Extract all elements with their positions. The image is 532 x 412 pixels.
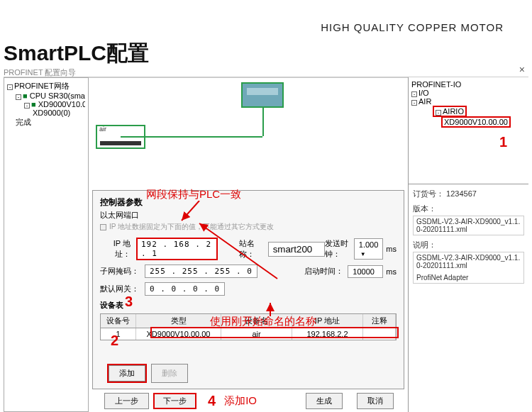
table-row[interactable]: 1 XD9000V10.00.00 air 192.168.2.2	[101, 328, 396, 340]
send-clock-input[interactable]: 1.000▼	[354, 238, 384, 260]
params-panel: 控制器参数 以太网端口 IP 地址数据固定为下面的值，不能通过其它方式更改 IP…	[92, 190, 404, 389]
params-port-label: 以太网端口	[100, 210, 397, 221]
chevron-down-icon: ▼	[360, 251, 366, 257]
th-devnum: 设备号	[101, 314, 136, 328]
th-note: 注释	[363, 314, 396, 328]
order-label: 订货号：	[413, 189, 444, 198]
minus-icon: -	[24, 103, 30, 108]
ip-label: IP 地址：	[100, 238, 131, 260]
td-ip: 192.168.2.2	[292, 328, 363, 340]
tree-subdevice[interactable]: XD9000(0)	[7, 108, 85, 117]
catalog-tree[interactable]: PROFINET-IO -I/O -AIR -AIRIO XD9000V10.0…	[409, 77, 528, 184]
order-value: 1234567	[446, 189, 477, 198]
desc-value: GSDML-V2.3-AIR-XD9000_v1.1.0-20201111.xm…	[413, 252, 524, 284]
wizard-nav: 上一步 下一步 4 添加IO	[104, 393, 257, 409]
minus-icon: -	[436, 110, 441, 116]
table-buttons: 添加 删除	[107, 364, 188, 383]
td-type: XD9000V10.00.00	[136, 328, 221, 340]
th-ip: IP 地址	[292, 314, 363, 328]
topology-canvas: air 控制器参数 以太网端口 IP 地址数据固定为下面的值，不能通过其它方式更…	[89, 77, 408, 412]
minus-icon: -	[411, 100, 417, 106]
minus-icon: -	[7, 84, 13, 90]
device-info: 订货号： 1234567 版本： GSDML-V2.3-AIR-XD9000_v…	[409, 184, 528, 292]
tree-cpu[interactable]: -■ CPU SR30(smart200)	[7, 91, 85, 100]
generate-button[interactable]: 生成	[306, 393, 343, 409]
rt-root[interactable]: PROFINET-IO	[411, 80, 526, 89]
prev-button[interactable]: 上一步	[104, 393, 149, 409]
annotation-num-1: 1	[499, 134, 507, 150]
minus-icon: -	[411, 91, 417, 97]
version-label: 版本：	[413, 204, 436, 213]
add-button[interactable]: 添加	[109, 365, 145, 382]
desc-label: 说明：	[413, 240, 436, 249]
catalog-panel: PROFINET-IO -I/O -AIR -AIRIO XD9000V10.0…	[408, 77, 528, 412]
rt-io[interactable]: -I/O	[411, 89, 526, 97]
td-devname: air	[221, 328, 292, 340]
wizard-actions: 生成 取消	[306, 393, 394, 409]
station-label: 站名称：	[239, 238, 263, 260]
rt-device[interactable]: XD9000V10.00.00	[441, 116, 511, 128]
checkbox-icon[interactable]	[100, 224, 106, 230]
version-value: GSDML-V2.3-AIR-XD9000_v1.1.0-20201111.xm…	[413, 216, 524, 235]
ip-fixed-hint: IP 地址数据固定为下面的值，不能通过其它方式更改	[100, 222, 397, 232]
gateway-label: 默认网关：	[100, 284, 139, 294]
gateway-input[interactable]: 0 . 0 . 0 . 0	[145, 282, 225, 296]
air-node-label: air	[99, 126, 106, 133]
td-devnum: 1	[101, 328, 136, 340]
params-title: 控制器参数	[100, 196, 397, 208]
tree-device[interactable]: -■ XD9000V10.00.00-air	[7, 100, 85, 108]
device-table-label: 设备表	[100, 300, 397, 311]
network-tree[interactable]: -PROFINET网络 -■ CPU SR30(smart200) -■ XD9…	[4, 77, 89, 412]
send-clock-label: 发送时钟：	[325, 238, 350, 260]
annotation-num-4: 4	[208, 393, 216, 409]
next-button[interactable]: 下一步	[153, 393, 196, 409]
td-note	[363, 328, 396, 340]
rt-air[interactable]: -AIR	[411, 97, 526, 106]
minus-icon: -	[16, 94, 21, 100]
station-input[interactable]	[268, 242, 325, 257]
annotation-3-text: 添加IO	[224, 394, 257, 408]
mask-input[interactable]: 255 . 255 . 255 . 0	[145, 265, 257, 278]
start-time-label: 启动时间：	[304, 266, 343, 277]
delete-button: 删除	[151, 364, 188, 383]
cancel-button[interactable]: 取消	[357, 393, 394, 409]
th-devname: 设备名	[221, 314, 292, 328]
rt-airio[interactable]: -AIRIO	[433, 106, 467, 117]
tree-done[interactable]: 完成	[7, 117, 85, 128]
close-icon[interactable]: ×	[519, 64, 525, 75]
plc-node[interactable]	[241, 82, 284, 108]
start-time-input[interactable]: 10000	[348, 265, 383, 278]
th-type: 类型	[136, 314, 221, 328]
device-table: 设备号 类型 设备名 IP 地址 注释 1 XD9000V10.00.00 ai…	[100, 313, 397, 340]
tree-root[interactable]: -PROFINET网络	[7, 81, 85, 91]
header-tagline: HIGH QUALITY COPPER MOTOR	[321, 21, 504, 33]
ip-input[interactable]: 192 . 168 . 2 . 1	[136, 238, 218, 260]
page-title: SmartPLC配置	[4, 39, 149, 68]
start-time-unit: ms	[386, 267, 397, 276]
send-clock-unit: ms	[386, 245, 397, 253]
mask-label: 子网掩码：	[100, 266, 139, 277]
